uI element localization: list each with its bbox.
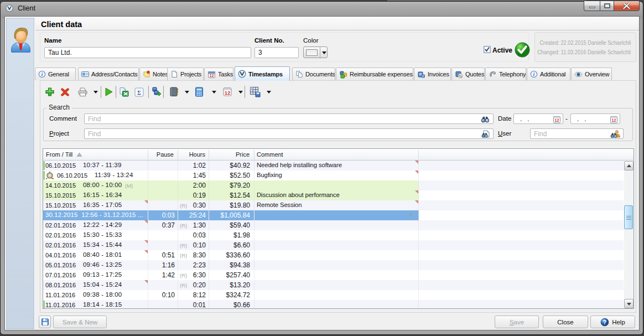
svg-text:?: ? — [603, 319, 606, 325]
svg-text:%: % — [459, 74, 463, 77]
svg-text:Σ: Σ — [137, 89, 141, 96]
svg-text:12: 12 — [555, 118, 559, 122]
svg-text:12: 12 — [612, 118, 616, 122]
svg-text:12: 12 — [225, 90, 231, 96]
svg-text:12: 12 — [210, 73, 214, 78]
